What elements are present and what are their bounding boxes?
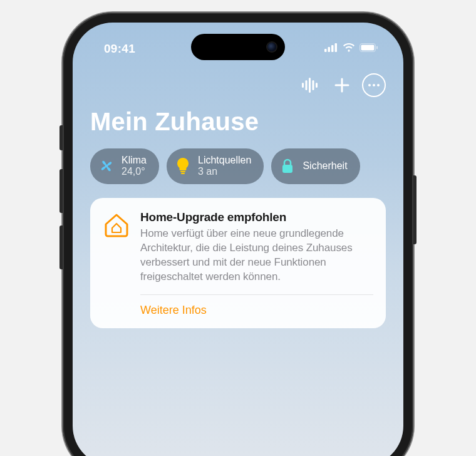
card-title: Home-Upgrade empfohlen — [140, 210, 373, 224]
phone-frame: 09:41 Mei — [63, 13, 413, 456]
header-actions — [73, 60, 403, 104]
page-title: Mein Zuhause — [73, 104, 403, 148]
svg-point-15 — [105, 165, 108, 168]
side-button — [413, 175, 416, 244]
chip-climate[interactable]: Klima 24,0° — [90, 148, 159, 184]
chip-security[interactable]: Sicherheit — [271, 148, 360, 184]
status-icons — [324, 43, 378, 54]
battery-icon — [360, 43, 378, 54]
svg-rect-8 — [306, 80, 308, 90]
card-divider — [140, 294, 373, 295]
side-button — [59, 125, 63, 150]
card-description: Home verfügt über eine neue grundlegende… — [140, 227, 373, 284]
svg-rect-3 — [335, 43, 338, 52]
chip-label: Lichtquellen — [198, 155, 251, 166]
svg-rect-9 — [309, 78, 311, 93]
fan-icon — [98, 157, 115, 175]
svg-rect-6 — [376, 46, 378, 49]
svg-rect-2 — [331, 45, 334, 52]
chip-value: 24,0° — [122, 166, 147, 177]
svg-rect-0 — [324, 49, 327, 52]
category-chips: Klima 24,0° Lichtquellen 3 an Sicher — [73, 148, 403, 198]
svg-rect-16 — [180, 171, 185, 172]
chip-label: Sicherheit — [303, 160, 347, 172]
more-button[interactable] — [362, 73, 386, 97]
chip-label: Klima — [122, 155, 147, 166]
intercom-button[interactable] — [297, 73, 322, 98]
chip-value: 3 an — [198, 166, 251, 177]
screen: 09:41 Mei — [73, 23, 403, 456]
status-time: 09:41 — [104, 42, 135, 56]
wifi-icon — [343, 43, 355, 54]
svg-rect-17 — [181, 173, 185, 174]
card-more-link[interactable]: Weitere Infos — [103, 304, 373, 317]
svg-rect-18 — [282, 165, 292, 173]
front-camera — [267, 43, 276, 51]
svg-point-13 — [373, 84, 375, 86]
add-button[interactable] — [329, 73, 354, 98]
lightbulb-icon — [174, 157, 192, 175]
svg-rect-5 — [361, 45, 375, 51]
dynamic-island — [191, 34, 285, 60]
side-button — [59, 225, 63, 269]
upgrade-card: Home-Upgrade empfohlen Home verfügt über… — [90, 198, 386, 328]
svg-point-12 — [368, 84, 371, 86]
svg-rect-1 — [328, 47, 331, 52]
lock-icon — [279, 157, 296, 175]
cellular-icon — [324, 43, 338, 54]
svg-rect-7 — [302, 83, 304, 88]
side-button — [59, 169, 63, 213]
svg-rect-10 — [313, 80, 314, 90]
svg-point-14 — [377, 84, 380, 86]
chip-lights[interactable]: Lichtquellen 3 an — [167, 148, 264, 184]
svg-rect-11 — [316, 83, 318, 88]
home-upgrade-icon — [103, 210, 130, 238]
